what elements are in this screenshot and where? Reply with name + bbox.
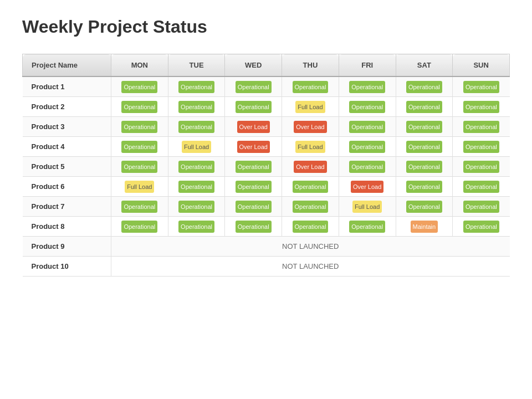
status-cell: Operational (225, 177, 282, 197)
page-title: Weekly Project Status (22, 17, 510, 37)
status-badge: Operational (178, 121, 214, 133)
status-badge: Operational (121, 101, 157, 113)
status-badge: Full Load (352, 201, 382, 213)
status-badge: Operational (406, 161, 442, 173)
status-badge: Operational (121, 81, 157, 93)
status-badge: Operational (349, 121, 385, 133)
table-header: Project NameMONTUEWEDTHUFRISATSUN (23, 54, 510, 77)
status-cell: Operational (168, 97, 225, 117)
status-badge: Operational (349, 221, 385, 233)
status-cell: Operational (225, 217, 282, 237)
table-row: Product 7OperationalOperationalOperation… (23, 197, 510, 217)
status-cell: Operational (168, 117, 225, 137)
status-badge: Full Load (295, 141, 325, 153)
product-name-cell: Product 5 (23, 157, 111, 177)
product-name-cell: Product 4 (23, 137, 111, 157)
status-badge: Operational (463, 81, 499, 93)
status-badge: Operational (236, 161, 272, 173)
status-cell: Operational (339, 137, 396, 157)
status-badge: Operational (293, 81, 329, 93)
status-cell: Operational (111, 197, 168, 217)
status-badge: Operational (178, 181, 214, 193)
table-row: Product 4OperationalFull LoadOver LoadFu… (23, 137, 510, 157)
status-cell: Over Load (225, 117, 282, 137)
not-launched-cell: NOT LAUNCHED (111, 237, 510, 257)
status-badge: Operational (236, 221, 272, 233)
status-cell: Operational (453, 97, 510, 117)
status-badge: Operational (293, 201, 329, 213)
status-cell: Operational (111, 137, 168, 157)
status-cell: Operational (339, 157, 396, 177)
status-cell: Full Load (282, 97, 339, 117)
status-badge: Operational (178, 221, 214, 233)
status-badge: Over Load (294, 161, 326, 173)
status-cell: Operational (339, 217, 396, 237)
status-badge: Over Load (237, 141, 270, 153)
status-cell: Operational (453, 76, 510, 97)
status-badge: Operational (121, 201, 157, 213)
status-cell: Operational (282, 76, 339, 97)
col-header-sat: SAT (396, 54, 453, 77)
status-cell: Operational (282, 177, 339, 197)
status-cell: Operational (396, 137, 453, 157)
status-badge: Full Load (182, 141, 211, 153)
status-cell: Operational (168, 157, 225, 177)
product-name-cell: Product 3 (23, 117, 111, 137)
product-name-cell: Product 10 (23, 257, 111, 277)
status-cell: Operational (111, 76, 168, 97)
status-cell: Operational (453, 177, 510, 197)
status-cell: Over Load (282, 157, 339, 177)
status-badge: Maintain (411, 221, 438, 233)
col-header-mon: MON (111, 54, 168, 77)
status-badge: Operational (463, 181, 499, 193)
status-badge: Operational (178, 81, 214, 93)
product-name-cell: Product 2 (23, 97, 111, 117)
status-badge: Operational (406, 101, 442, 113)
status-cell: Operational (453, 117, 510, 137)
status-cell: Operational (168, 76, 225, 97)
product-name-cell: Product 9 (23, 237, 111, 257)
status-cell: Operational (225, 97, 282, 117)
product-name-cell: Product 7 (23, 197, 111, 217)
table-row: Product 5OperationalOperationalOperation… (23, 157, 510, 177)
status-cell: Operational (168, 197, 225, 217)
col-header-thu: THU (282, 54, 339, 77)
status-badge: Operational (406, 121, 442, 133)
status-cell: Operational (396, 157, 453, 177)
status-cell: Operational (225, 157, 282, 177)
table-row: Product 8OperationalOperationalOperation… (23, 217, 510, 237)
status-cell: Over Load (282, 117, 339, 137)
status-cell: Operational (453, 217, 510, 237)
status-badge: Operational (121, 161, 157, 173)
status-badge: Over Load (237, 121, 270, 133)
status-cell: Operational (225, 76, 282, 97)
status-badge: Operational (406, 81, 442, 93)
status-badge: Operational (236, 201, 272, 213)
table-row: Product 3OperationalOperationalOver Load… (23, 117, 510, 137)
status-cell: Full Load (111, 177, 168, 197)
status-cell: Operational (111, 217, 168, 237)
status-badge: Full Load (295, 101, 325, 113)
table-body: Product 1OperationalOperationalOperation… (23, 76, 510, 277)
status-cell: Operational (168, 177, 225, 197)
status-cell: Operational (111, 117, 168, 137)
status-table: Project NameMONTUEWEDTHUFRISATSUN Produc… (22, 54, 510, 277)
product-name-cell: Product 6 (23, 177, 111, 197)
status-cell: Operational (396, 177, 453, 197)
status-cell: Operational (339, 76, 396, 97)
status-badge: Operational (463, 201, 499, 213)
status-badge: Operational (236, 181, 272, 193)
status-cell: Operational (282, 197, 339, 217)
status-badge: Operational (178, 161, 214, 173)
status-badge: Operational (349, 141, 385, 153)
status-badge: Operational (236, 101, 272, 113)
status-badge: Operational (293, 181, 329, 193)
status-badge: Operational (121, 141, 157, 153)
status-cell: Full Load (282, 137, 339, 157)
table-row: Product 6Full LoadOperationalOperational… (23, 177, 510, 197)
status-cell: Operational (453, 157, 510, 177)
status-cell: Operational (282, 217, 339, 237)
status-cell: Operational (111, 97, 168, 117)
status-badge: Full Load (125, 181, 154, 193)
status-cell: Operational (339, 97, 396, 117)
